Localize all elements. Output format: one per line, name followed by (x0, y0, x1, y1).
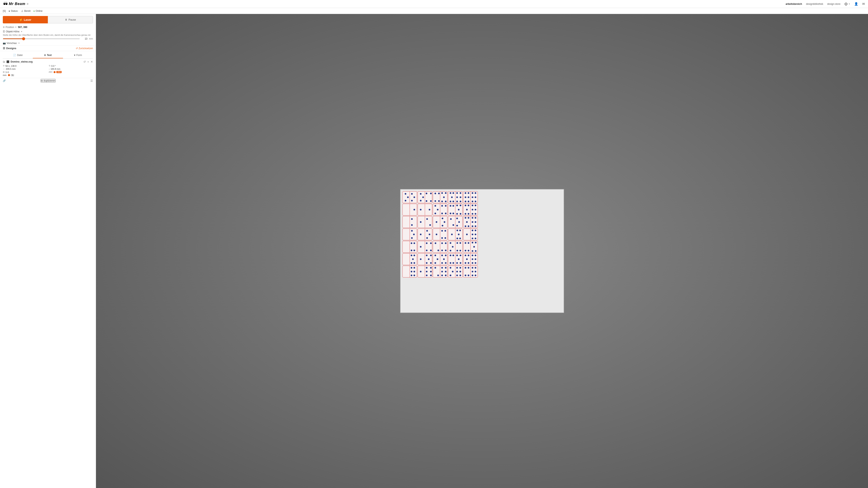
file-refresh-button[interactable]: ↺ (83, 60, 86, 63)
svg-point-175 (430, 242, 432, 244)
svg-point-230 (445, 262, 446, 264)
svg-point-203 (473, 246, 475, 248)
pause-button[interactable]: ⏸ Pause (48, 16, 93, 23)
logo-text: Mr Beam (9, 2, 25, 6)
svg-point-133 (413, 234, 415, 235)
status-indicator: ● Status: (9, 9, 19, 12)
svg-point-161 (472, 234, 473, 235)
svg-point-57 (413, 209, 415, 210)
file-add-button[interactable]: + (87, 60, 89, 63)
svg-point-265 (420, 271, 422, 272)
nav-arbeitsbereich[interactable]: arbeitsbereich (786, 3, 802, 5)
nav-designbibliothek[interactable]: designbibliothek (806, 3, 823, 5)
svg-point-91 (472, 209, 473, 210)
svg-point-181 (437, 250, 439, 251)
svg-point-78 (460, 205, 461, 206)
mail-button[interactable]: ✉ (862, 2, 865, 6)
svg-point-184 (441, 250, 443, 251)
svg-point-215 (420, 258, 422, 260)
svg-point-48 (468, 201, 469, 202)
svg-point-266 (426, 267, 428, 268)
svg-point-33 (450, 201, 451, 202)
power-button[interactable]: ⏻ ▼ (844, 2, 850, 6)
svg-point-269 (430, 271, 432, 272)
prop-height: ↕ 184.8 mm (49, 68, 93, 70)
user-button[interactable]: 👤 (854, 2, 858, 6)
svg-point-90 (475, 205, 476, 206)
svg-point-170 (413, 250, 415, 251)
duplicate-row: 🔗 ⧉ duplizieren ☰ (0, 78, 96, 83)
sidebar: ⚡ Laser ⏸ Pause ✛ Position ▼ 507, 390 ☰ … (0, 14, 96, 488)
svg-point-234 (453, 255, 454, 256)
tab-datei[interactable]: 📄 Datei (3, 52, 33, 58)
svg-point-301 (472, 271, 473, 272)
svg-point-249 (472, 255, 473, 256)
height-dropdown-arrow: ▼ (21, 31, 23, 33)
svg-point-188 (450, 242, 451, 244)
file-remove-button[interactable]: ✕ (91, 60, 93, 63)
svg-point-109 (442, 225, 443, 226)
svg-point-114 (456, 218, 458, 219)
svg-point-67 (441, 205, 443, 207)
tab-form[interactable]: ♥ Form (63, 52, 93, 58)
svg-point-284 (450, 267, 451, 268)
svg-point-66 (434, 213, 436, 214)
svg-point-250 (475, 255, 476, 256)
svg-point-68 (445, 205, 446, 207)
duplicate-button[interactable]: ⧉ duplizieren (40, 79, 56, 83)
svg-point-138 (426, 230, 428, 232)
domino-svg (401, 190, 560, 310)
crosshair-icon: ✛ (3, 26, 5, 29)
file-props: ✛ 50.1, 138.9 ↻ 0.0 ° ↔ 209.5 mm ↕ 184.8… (3, 65, 93, 76)
svg-point-39 (456, 201, 458, 202)
svg-point-201 (472, 242, 473, 243)
tab-text[interactable]: A Text (33, 52, 63, 58)
svg-point-70 (445, 213, 446, 214)
height-slider[interactable] (3, 38, 80, 39)
laser-button[interactable]: ⚡ Laser (3, 16, 48, 23)
svg-point-15 (426, 200, 427, 202)
height-prop-icon: ↕ (49, 68, 50, 70)
nav-design-store[interactable]: design-store (827, 3, 840, 5)
svg-point-296 (468, 267, 469, 268)
svg-point-119 (465, 217, 466, 219)
svg-point-217 (430, 255, 432, 256)
svg-point-97 (411, 218, 413, 220)
svg-point-132 (411, 230, 413, 232)
svg-point-276 (441, 267, 443, 268)
reset-button[interactable]: ↺ Zurücksetzen (76, 47, 93, 50)
svg-point-304 (475, 274, 476, 276)
svg-point-50 (475, 192, 476, 194)
svg-point-236 (453, 262, 454, 264)
file-actions: ↺ + ✕ (83, 60, 93, 63)
svg-point-108 (444, 221, 445, 223)
svg-point-164 (475, 238, 476, 239)
height-icon: ☰ (3, 30, 5, 33)
height-slider-row: 13 mm (3, 37, 93, 40)
svg-point-254 (475, 262, 476, 264)
svg-point-128 (472, 225, 473, 227)
svg-point-64 (434, 205, 436, 207)
svg-point-281 (445, 274, 446, 276)
svg-point-89 (472, 205, 473, 206)
svg-point-190 (450, 250, 451, 251)
svg-point-2 (405, 193, 406, 195)
svg-point-51 (472, 196, 473, 198)
object-height-section: ☰ Objekt-Höhe: ▼ Stelle die Höhe der Obe… (0, 29, 96, 41)
svg-point-152 (459, 230, 461, 231)
more-options-button[interactable]: ☰ (90, 79, 93, 82)
svg-point-298 (468, 274, 469, 276)
svg-point-261 (411, 274, 412, 276)
svg-point-177 (430, 250, 432, 251)
svg-point-60 (420, 209, 422, 210)
svg-point-205 (475, 250, 476, 252)
logo-star: ✲ (27, 3, 29, 5)
svg-point-275 (437, 274, 439, 276)
svg-point-193 (457, 250, 458, 251)
svg-point-44 (468, 192, 469, 194)
svg-point-147 (444, 237, 446, 239)
prop-rotation: ↻ 0.0 ° (49, 65, 93, 67)
svg-point-86 (466, 209, 468, 210)
file-name: 🗂 ⬛ Domino_steine.svg (3, 60, 33, 63)
svg-point-219 (426, 262, 428, 264)
